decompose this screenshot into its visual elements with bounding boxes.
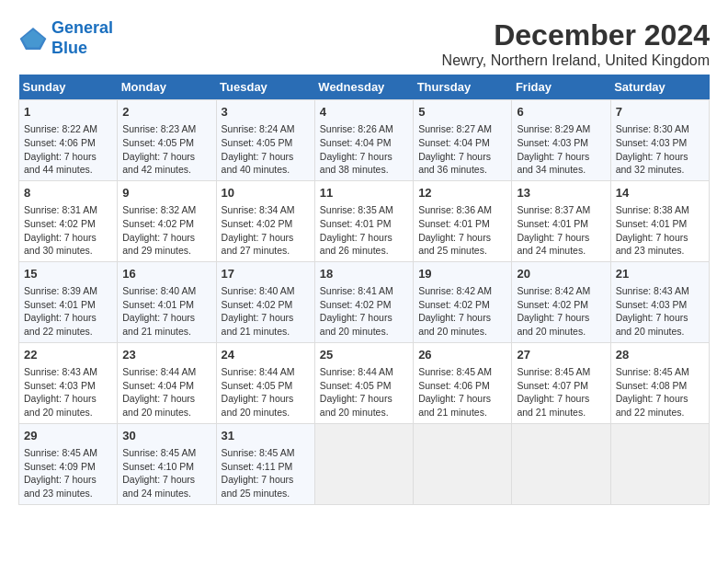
sunrise-text: Sunrise: 8:26 AM — [320, 122, 408, 136]
calendar-week-row: 15Sunrise: 8:39 AMSunset: 4:01 PMDayligh… — [19, 261, 710, 342]
sunset-text: Sunset: 4:07 PM — [517, 379, 605, 393]
calendar-cell: 30Sunrise: 8:45 AMSunset: 4:10 PMDayligh… — [118, 423, 216, 504]
day-number: 11 — [320, 185, 408, 201]
calendar-cell: 7Sunrise: 8:30 AMSunset: 4:03 PMDaylight… — [610, 100, 709, 181]
sunset-text: Sunset: 4:02 PM — [320, 298, 408, 312]
calendar-cell: 12Sunrise: 8:36 AMSunset: 4:01 PMDayligh… — [414, 180, 512, 261]
sunrise-text: Sunrise: 8:45 AM — [222, 446, 310, 460]
logo-icon — [18, 24, 48, 53]
calendar-cell: 28Sunrise: 8:45 AMSunset: 4:08 PMDayligh… — [610, 342, 709, 423]
daylight-text: Daylight: 7 hours and 29 minutes. — [122, 231, 210, 258]
daylight-text: Daylight: 7 hours and 42 minutes. — [122, 150, 210, 177]
sunset-text: Sunset: 4:04 PM — [122, 379, 210, 393]
daylight-text: Daylight: 7 hours and 22 minutes. — [616, 392, 704, 419]
calendar-cell: 13Sunrise: 8:37 AMSunset: 4:01 PMDayligh… — [512, 180, 610, 261]
day-number: 30 — [122, 428, 210, 444]
calendar-cell: 10Sunrise: 8:34 AMSunset: 4:02 PMDayligh… — [216, 180, 314, 261]
sunrise-text: Sunrise: 8:45 AM — [418, 365, 506, 379]
weekday-header-thursday: Thursday — [414, 75, 512, 100]
calendar-week-row: 29Sunrise: 8:45 AMSunset: 4:09 PMDayligh… — [19, 423, 710, 504]
daylight-text: Daylight: 7 hours and 26 minutes. — [320, 231, 408, 258]
calendar-cell: 25Sunrise: 8:44 AMSunset: 4:05 PMDayligh… — [314, 342, 413, 423]
daylight-text: Daylight: 7 hours and 27 minutes. — [222, 231, 310, 258]
weekday-header-wednesday: Wednesday — [314, 75, 413, 100]
day-number: 19 — [418, 266, 506, 282]
sunrise-text: Sunrise: 8:40 AM — [222, 284, 310, 298]
calendar-cell: 31Sunrise: 8:45 AMSunset: 4:11 PMDayligh… — [216, 423, 314, 504]
calendar-week-row: 1Sunrise: 8:22 AMSunset: 4:06 PMDaylight… — [19, 100, 710, 181]
sunrise-text: Sunrise: 8:45 AM — [616, 365, 704, 379]
sunrise-text: Sunrise: 8:23 AM — [122, 122, 210, 136]
sunrise-text: Sunrise: 8:43 AM — [616, 284, 704, 298]
day-number: 18 — [320, 266, 408, 282]
daylight-text: Daylight: 7 hours and 25 minutes. — [418, 231, 506, 258]
sunrise-text: Sunrise: 8:31 AM — [24, 203, 112, 217]
day-number: 28 — [616, 347, 704, 363]
calendar-cell: 6Sunrise: 8:29 AMSunset: 4:03 PMDaylight… — [512, 100, 610, 181]
sunset-text: Sunset: 4:05 PM — [222, 379, 310, 393]
sunset-text: Sunset: 4:03 PM — [616, 298, 704, 312]
calendar-cell: 5Sunrise: 8:27 AMSunset: 4:04 PMDaylight… — [414, 100, 512, 181]
day-number: 24 — [222, 347, 310, 363]
day-number: 9 — [122, 185, 210, 201]
calendar-cell: 8Sunrise: 8:31 AMSunset: 4:02 PMDaylight… — [19, 180, 118, 261]
sunrise-text: Sunrise: 8:36 AM — [418, 203, 506, 217]
daylight-text: Daylight: 7 hours and 30 minutes. — [24, 231, 112, 258]
sunset-text: Sunset: 4:01 PM — [122, 298, 210, 312]
day-number: 27 — [517, 347, 605, 363]
sunset-text: Sunset: 4:05 PM — [222, 136, 310, 150]
sunset-text: Sunset: 4:06 PM — [24, 136, 112, 150]
weekday-header-monday: Monday — [118, 75, 216, 100]
sunset-text: Sunset: 4:04 PM — [320, 136, 408, 150]
sunrise-text: Sunrise: 8:27 AM — [418, 122, 506, 136]
weekday-header-sunday: Sunday — [19, 75, 118, 100]
sunrise-text: Sunrise: 8:44 AM — [122, 365, 210, 379]
sunrise-text: Sunrise: 8:38 AM — [616, 203, 704, 217]
day-number: 21 — [616, 266, 704, 282]
sunset-text: Sunset: 4:03 PM — [517, 136, 605, 150]
day-number: 6 — [517, 104, 605, 121]
sunset-text: Sunset: 4:02 PM — [24, 217, 112, 231]
calendar-cell: 4Sunrise: 8:26 AMSunset: 4:04 PMDaylight… — [314, 100, 413, 181]
sunrise-text: Sunrise: 8:42 AM — [418, 284, 506, 298]
day-number: 29 — [24, 428, 112, 444]
daylight-text: Daylight: 7 hours and 21 minutes. — [222, 311, 310, 338]
sunset-text: Sunset: 4:02 PM — [122, 217, 210, 231]
calendar-cell: 23Sunrise: 8:44 AMSunset: 4:04 PMDayligh… — [118, 342, 216, 423]
daylight-text: Daylight: 7 hours and 25 minutes. — [222, 473, 310, 500]
calendar-cell — [610, 423, 709, 504]
daylight-text: Daylight: 7 hours and 34 minutes. — [517, 150, 605, 177]
calendar-week-row: 22Sunrise: 8:43 AMSunset: 4:03 PMDayligh… — [19, 342, 710, 423]
daylight-text: Daylight: 7 hours and 32 minutes. — [616, 150, 704, 177]
daylight-text: Daylight: 7 hours and 20 minutes. — [320, 311, 408, 338]
sunset-text: Sunset: 4:01 PM — [616, 217, 704, 231]
day-number: 23 — [122, 347, 210, 363]
day-number: 14 — [616, 185, 704, 201]
sunset-text: Sunset: 4:05 PM — [122, 136, 210, 150]
day-number: 13 — [517, 185, 605, 201]
logo-general: General — [51, 18, 113, 37]
day-number: 25 — [320, 347, 408, 363]
day-number: 1 — [24, 104, 112, 121]
calendar-cell: 26Sunrise: 8:45 AMSunset: 4:06 PMDayligh… — [414, 342, 512, 423]
main-title: December 2024 — [442, 18, 710, 52]
sunset-text: Sunset: 4:02 PM — [222, 298, 310, 312]
calendar-cell: 9Sunrise: 8:32 AMSunset: 4:02 PMDaylight… — [118, 180, 216, 261]
sunset-text: Sunset: 4:10 PM — [122, 460, 210, 474]
header: General Blue December 2024 Newry, Northe… — [18, 18, 710, 69]
day-number: 20 — [517, 266, 605, 282]
daylight-text: Daylight: 7 hours and 20 minutes. — [418, 311, 506, 338]
sunrise-text: Sunrise: 8:42 AM — [517, 284, 605, 298]
calendar-cell: 16Sunrise: 8:40 AMSunset: 4:01 PMDayligh… — [118, 261, 216, 342]
daylight-text: Daylight: 7 hours and 21 minutes. — [122, 311, 210, 338]
sunrise-text: Sunrise: 8:37 AM — [517, 203, 605, 217]
day-number: 22 — [24, 347, 112, 363]
sunrise-text: Sunrise: 8:45 AM — [24, 446, 112, 460]
day-number: 26 — [418, 347, 506, 363]
daylight-text: Daylight: 7 hours and 20 minutes. — [24, 392, 112, 419]
day-number: 10 — [222, 185, 310, 201]
sunset-text: Sunset: 4:08 PM — [616, 379, 704, 393]
calendar-cell: 19Sunrise: 8:42 AMSunset: 4:02 PMDayligh… — [414, 261, 512, 342]
daylight-text: Daylight: 7 hours and 44 minutes. — [24, 150, 112, 177]
day-number: 7 — [616, 104, 704, 121]
